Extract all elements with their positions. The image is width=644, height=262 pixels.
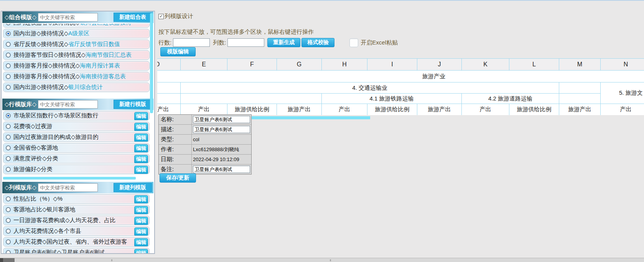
list-item-link[interactable]: 海南月报计算表: [80, 62, 120, 69]
col-letter-D[interactable]: D: [157, 59, 181, 71]
col-letter-F[interactable]: F: [227, 59, 277, 71]
list-item-row-template-library[interactable]: 全国省份◇客源地编辑: [3, 143, 150, 153]
radio[interactable]: [6, 124, 11, 129]
cell-industry[interactable]: 旅游产业: [157, 71, 644, 82]
edit-button[interactable]: 编辑: [134, 206, 148, 214]
cell-measure[interactable]: 产出: [462, 104, 509, 115]
new-button-column-template-library[interactable]: 新建列模版: [114, 183, 152, 192]
edit-button[interactable]: 编辑: [134, 227, 148, 236]
radio[interactable]: [6, 53, 11, 58]
cell-empty[interactable]: [157, 94, 181, 104]
radio[interactable]: [6, 250, 11, 254]
cell-empty[interactable]: [559, 82, 601, 94]
list-item-combined-templates[interactable]: 接待游客月报◇接待情况◇海南接待游客总表: [3, 72, 150, 81]
cell-sub41[interactable]: 4.1 旅游铁路运输: [322, 94, 462, 104]
col-letter-N[interactable]: N: [601, 59, 644, 71]
radio-selected[interactable]: [6, 113, 11, 118]
column-template-design-checkbox[interactable]: ✓: [158, 14, 164, 19]
col-letter-E[interactable]: E: [181, 59, 227, 71]
cell-empty[interactable]: [181, 94, 322, 104]
edit-button[interactable]: 编辑: [134, 155, 148, 163]
list-item-link[interactable]: 海南节假日汇总表: [86, 51, 132, 58]
cols-count-input[interactable]: [227, 38, 264, 47]
list-item-combined-templates[interactable]: 接待游客月报◇接待情况◇海南月报计算表: [3, 61, 150, 71]
col-letter-G[interactable]: G: [277, 59, 322, 71]
list-item-combined-templates[interactable]: 国内出游◇接待情况◇银川综合统计: [3, 82, 150, 92]
list-item-link[interactable]: 海南接待游客总表: [80, 73, 126, 79]
radio[interactable]: [6, 218, 11, 223]
cell-empty[interactable]: [157, 82, 181, 94]
cell-section4[interactable]: 4. 交通运输业: [181, 82, 559, 94]
sidebar-vertical-scrollbar[interactable]: [150, 13, 153, 113]
radio[interactable]: [6, 196, 11, 201]
cell-sub42[interactable]: 4.2 旅游道路运输: [462, 94, 559, 104]
list-item-row-template-library[interactable]: 旅游偏好◇分类编辑: [3, 165, 150, 174]
new-button-combined-templates[interactable]: 新建组合表: [114, 13, 152, 22]
rows-count-input[interactable]: [173, 38, 210, 47]
radio[interactable]: [6, 42, 11, 47]
cell-measure[interactable]: 产出: [181, 104, 227, 115]
list-item-link[interactable]: 省厅反馈节假日数值: [68, 41, 120, 47]
radio[interactable]: [6, 145, 11, 150]
edit-button[interactable]: 编辑: [134, 112, 148, 120]
radio[interactable]: [6, 156, 11, 161]
search-input-column-template-library[interactable]: [38, 183, 98, 192]
search-input-row-template-library[interactable]: [38, 100, 98, 109]
cell-measure[interactable]: 旅游产出: [157, 104, 181, 115]
cell-measure[interactable]: 旅游供给比例: [227, 104, 277, 115]
radio[interactable]: [6, 207, 11, 212]
list-item-column-template-library[interactable]: 人均天花费情况◇各个市县编辑: [3, 226, 150, 236]
cell-measure[interactable]: 产出: [601, 104, 644, 115]
enable-excel-paste-checkbox[interactable]: [349, 38, 358, 47]
format-validate-button[interactable]: 格式校验: [301, 38, 334, 47]
list-item-column-template-library[interactable]: 性别占比（%）◇%编辑: [3, 194, 150, 204]
list-item-column-template-library[interactable]: 一日游游客花费构成◇人均天花费、占比编辑: [3, 216, 150, 225]
form-input[interactable]: [193, 166, 250, 173]
list-item-row-template-library[interactable]: 市场景区指数行◇市场景区指数行编辑: [3, 111, 150, 120]
edit-button[interactable]: 编辑: [134, 144, 148, 153]
col-letter-M[interactable]: M: [559, 59, 601, 71]
list-item-combined-templates[interactable]: 接待游客节假日◇接待情况◇海南节假日汇总表: [3, 50, 150, 60]
list-item-link[interactable]: A级景区: [68, 30, 89, 36]
cell-measure[interactable]: 旅游供给比例: [367, 104, 417, 115]
radio[interactable]: [6, 239, 11, 244]
search-input-combined-templates[interactable]: [38, 13, 98, 21]
list-item-row-template-library[interactable]: 花费项◇过夜游编辑: [3, 122, 150, 131]
radio[interactable]: [6, 85, 11, 90]
col-letter-H[interactable]: H: [322, 59, 367, 71]
page-horizontal-scrollbar[interactable]: [0, 258, 644, 262]
radio[interactable]: [6, 24, 11, 25]
radio[interactable]: [6, 135, 11, 140]
cell-measure[interactable]: 旅游产出: [277, 104, 322, 115]
edit-button[interactable]: 编辑: [134, 249, 148, 254]
cell-measure[interactable]: 旅游产出: [417, 104, 462, 115]
form-input[interactable]: [193, 126, 250, 133]
form-input[interactable]: [193, 116, 250, 123]
cell-section5[interactable]: 5. 旅游文: [601, 82, 644, 104]
save-update-button[interactable]: 保存/更新: [160, 173, 196, 183]
radio[interactable]: [6, 74, 11, 79]
list-item-column-template-library[interactable]: 人均天花费◇国内过夜、省内、省外过夜游客编辑: [3, 237, 150, 247]
template-edit-button[interactable]: 模版编辑: [160, 47, 196, 56]
col-letter-L[interactable]: L: [509, 59, 559, 71]
list-item-link[interactable]: 银川县区过夜游接待: [80, 24, 132, 26]
regenerate-button[interactable]: 重新生成: [267, 38, 300, 47]
cell-measure[interactable]: 旅游产出: [559, 104, 601, 115]
edit-button[interactable]: 编辑: [134, 195, 148, 204]
row-list-horizontal-scrollbar[interactable]: [3, 177, 136, 180]
cell-measure[interactable]: 产出: [322, 104, 367, 115]
edit-button[interactable]: 编辑: [134, 217, 148, 225]
list-item-column-template-library[interactable]: 客源地占比◇银川客源地编辑: [3, 205, 150, 214]
list-item-column-template-library[interactable]: 卫星账户表6测试◇卫星账户表6测试编辑: [3, 248, 150, 254]
col-letter-I[interactable]: I: [367, 59, 417, 71]
cell-empty[interactable]: [559, 94, 601, 104]
list-item-row-template-library[interactable]: 满意度评价◇分类编辑: [3, 154, 150, 163]
radio[interactable]: [6, 167, 11, 172]
list-item-link[interactable]: 银川综合统计: [68, 84, 103, 90]
radio[interactable]: [6, 229, 11, 234]
radio-selected[interactable]: [6, 31, 11, 36]
edit-button[interactable]: 编辑: [134, 123, 148, 131]
new-button-row-template-library[interactable]: 新建行模版: [114, 100, 152, 109]
col-letter-K[interactable]: K: [462, 59, 509, 71]
list-item-combined-templates[interactable]: 省厅反馈◇接待情况◇省厅反馈节假日数值: [3, 40, 150, 49]
